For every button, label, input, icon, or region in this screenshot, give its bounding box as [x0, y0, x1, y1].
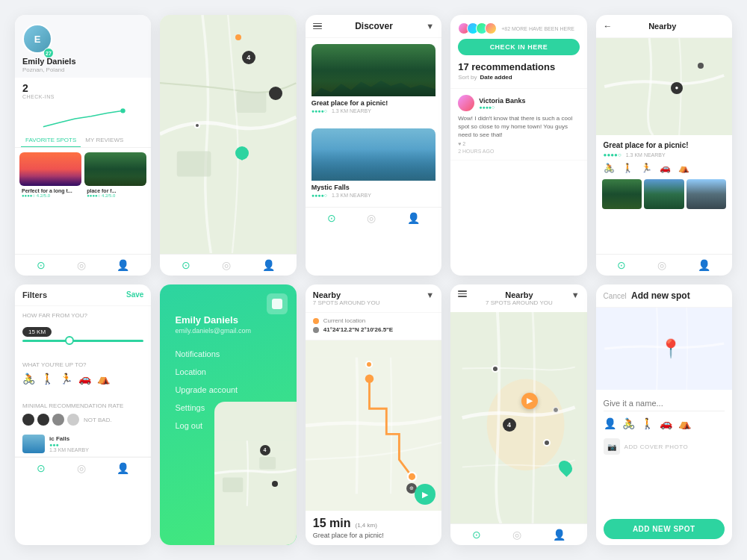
avatars-row: +82 MORE HAVE BEEN HERE: [458, 22, 579, 34]
svg-rect-2: [177, 151, 211, 176]
sort-value[interactable]: Date added: [480, 74, 512, 81]
menu-item-upgrade[interactable]: Upgrade account: [175, 385, 281, 394]
filter-icon[interactable]: ▼: [426, 22, 434, 31]
small-spot-1[interactable]: ic Falls ●●● 1.3 KM NEARBY: [15, 432, 151, 457]
add-spot-header: Cancel Add new spot: [596, 284, 732, 308]
route-map[interactable]: ⊕ ▶: [306, 340, 441, 511]
rating-dots[interactable]: [22, 414, 79, 426]
pin-location[interactable]: [235, 146, 249, 160]
nav-compass-icon[interactable]: ⊙: [37, 259, 46, 271]
place-card-1[interactable]: Great place for a picnic! ●●●●○ 1.3 KM N…: [311, 44, 436, 116]
nav-map-2[interactable]: ◎: [222, 259, 231, 271]
navigate-button[interactable]: ▶: [415, 484, 436, 505]
coords-dot: [313, 327, 319, 333]
sort-label: Sort by: [458, 74, 477, 81]
activity-camp-icon[interactable]: ⛺: [97, 373, 110, 385]
place-card-2[interactable]: Mystic Falls ●●●●○ 1.3 KM NEARBY: [311, 128, 436, 201]
nearby-photo-3[interactable]: [686, 179, 726, 209]
nav-map-3[interactable]: ◎: [367, 212, 376, 224]
nav-profile-9[interactable]: 👤: [553, 529, 565, 541]
nearby-dot: [698, 63, 704, 69]
dot-1[interactable]: [22, 414, 34, 426]
activity-walk-icon[interactable]: 🚶: [41, 373, 54, 385]
nav-map-6[interactable]: ◎: [77, 462, 86, 474]
distance-slider[interactable]: [22, 340, 143, 342]
nav-compass-2[interactable]: ⊙: [182, 259, 190, 271]
nearby-hamburger-icon[interactable]: [458, 290, 467, 297]
big-pin-orange: ▶: [521, 393, 538, 409]
add-activity-walk-icon[interactable]: 🚶: [641, 417, 654, 429]
showcase-grid: E 27 Emily Daniels Poznan, Poland 2 CHEC…: [0, 0, 747, 560]
add-new-spot-button[interactable]: ADD NEW SPOT: [604, 519, 725, 539]
check-in-button[interactable]: CHECK IN HERE: [458, 39, 579, 55]
act-bike-icon: 🚴: [604, 163, 615, 173]
menu-item-location[interactable]: Location: [175, 367, 281, 376]
big-map-area[interactable]: ▶ 4: [450, 312, 586, 523]
review-text: Wow! I didn't know that there is such a …: [458, 114, 579, 140]
route-filter-icon[interactable]: ▼: [426, 290, 434, 299]
tab-my-reviews[interactable]: MY REVIEWS: [81, 134, 128, 147]
svg-rect-6: [223, 478, 243, 493]
activity-chart: [15, 104, 151, 134]
add-activity-bike-icon[interactable]: 🚴: [622, 417, 635, 429]
discover-title: Discover: [355, 21, 393, 31]
nav-profile-3[interactable]: 👤: [407, 212, 420, 224]
add-spot-map[interactable]: 📍: [596, 308, 732, 390]
add-activity-profile-icon[interactable]: 👤: [604, 417, 616, 429]
bottom-nav-6: ⊙ ◎ 👤: [15, 457, 151, 479]
cancel-button[interactable]: Cancel: [604, 292, 627, 300]
back-arrow-icon[interactable]: ←: [604, 21, 613, 31]
tab-favorite-spots[interactable]: FAVORITE SPOTS: [21, 134, 81, 147]
spot-item-1[interactable]: Perfect for a long t... ●●●●○ 4.2/5.0: [19, 152, 81, 249]
nav-compass-5[interactable]: ⊙: [617, 259, 626, 271]
place-distance-1: 1.3 KM NEARBY: [332, 108, 371, 113]
place-rating-2: ●●●●○: [311, 193, 327, 198]
activity-run-icon[interactable]: 🏃: [60, 373, 72, 385]
nav-map-5[interactable]: ◎: [657, 259, 666, 271]
add-activity-camp-icon[interactable]: ⛺: [678, 417, 691, 429]
profile-tabs: FAVORITE SPOTS MY REVIEWS: [15, 134, 151, 148]
menu-item-notifications[interactable]: Notifications: [175, 349, 281, 358]
activity-bike-icon[interactable]: 🚴: [22, 373, 35, 385]
nearby-filter-icon[interactable]: ▼: [571, 290, 580, 299]
nearby-top-map[interactable]: ●: [596, 38, 732, 135]
dot-3[interactable]: [52, 414, 64, 426]
menu-user-email: emily.daniels@gmail.com: [175, 327, 281, 335]
nav-profile-6[interactable]: 👤: [117, 462, 129, 474]
nav-profile-5[interactable]: 👤: [698, 259, 710, 271]
pin-4[interactable]: 4: [242, 51, 255, 64]
dot-4[interactable]: [67, 414, 79, 426]
spot-item-2[interactable]: place for f... ●●●●○ 4.2/5.0: [84, 152, 146, 249]
spot-name-input[interactable]: [604, 396, 725, 411]
place-img-waterfall: [311, 128, 436, 181]
bottom-nav-9: ⊙ ◎ 👤: [450, 523, 586, 545]
filter-save-button[interactable]: Save: [126, 290, 143, 299]
nav-profile-2[interactable]: 👤: [262, 259, 275, 271]
filter-activity-label: What you're up to?: [22, 361, 143, 368]
reviews-card: +82 MORE HAVE BEEN HERE CHECK IN HERE 17…: [450, 15, 586, 276]
nav-map-icon[interactable]: ◎: [77, 259, 86, 271]
activity-car-icon[interactable]: 🚗: [78, 373, 91, 385]
nav-compass-3[interactable]: ⊙: [327, 212, 336, 224]
pin-small-1: [194, 122, 200, 128]
cover-photo-area[interactable]: 📷 ADD COVER PHOTO: [604, 435, 725, 458]
nav-map-9[interactable]: ◎: [512, 529, 521, 541]
nav-profile-icon[interactable]: 👤: [117, 259, 129, 271]
map-view[interactable]: 4: [160, 15, 296, 254]
nav-compass-9[interactable]: ⊙: [472, 529, 481, 541]
nav-compass-6[interactable]: ⊙: [37, 462, 46, 474]
bottom-nav-2: ⊙ ◎ 👤: [160, 254, 296, 276]
svg-point-9: [365, 375, 374, 383]
add-activity-car-icon[interactable]: 🚗: [660, 417, 672, 429]
rec-count: 17 recommendations: [458, 61, 579, 72]
review-likes[interactable]: ♥ 2: [458, 141, 579, 146]
rating-selector: NOT BAD.: [22, 414, 143, 426]
route-info: 15 min (1,4 km) Great place for a picnic…: [306, 511, 441, 545]
visitor-avatar-4: [485, 22, 497, 34]
dot-2[interactable]: [37, 414, 49, 426]
filter-rating-label: Minimal recommendation rate: [22, 402, 143, 409]
nearby-photo-2[interactable]: [644, 179, 684, 209]
nearby-photo-1[interactable]: [602, 179, 642, 209]
menu-icon[interactable]: [313, 23, 322, 30]
nearby-pin: ●: [671, 82, 683, 94]
